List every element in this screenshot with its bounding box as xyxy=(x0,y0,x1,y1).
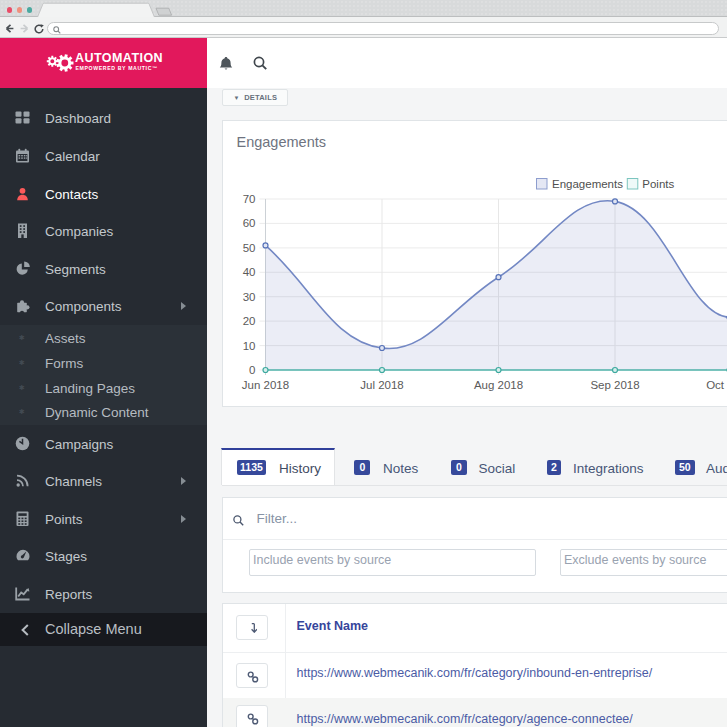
svg-text:Jun 2018: Jun 2018 xyxy=(241,379,288,391)
svg-text:20: 20 xyxy=(242,315,255,327)
svg-text:60: 60 xyxy=(242,217,255,229)
svg-text:Points: Points xyxy=(642,178,674,190)
svg-text:Engagements: Engagements xyxy=(552,178,623,190)
svg-text:70: 70 xyxy=(242,193,255,205)
svg-text:Sep 2018: Sep 2018 xyxy=(590,379,639,391)
svg-text:Jul 2018: Jul 2018 xyxy=(360,379,403,391)
svg-text:Aug 2018: Aug 2018 xyxy=(473,379,522,391)
svg-text:Oct 2018: Oct 2018 xyxy=(706,379,727,391)
svg-text:30: 30 xyxy=(242,290,255,302)
svg-text:10: 10 xyxy=(242,339,255,351)
svg-text:50: 50 xyxy=(242,241,255,253)
svg-text:40: 40 xyxy=(242,266,255,278)
svg-text:0: 0 xyxy=(249,364,255,376)
